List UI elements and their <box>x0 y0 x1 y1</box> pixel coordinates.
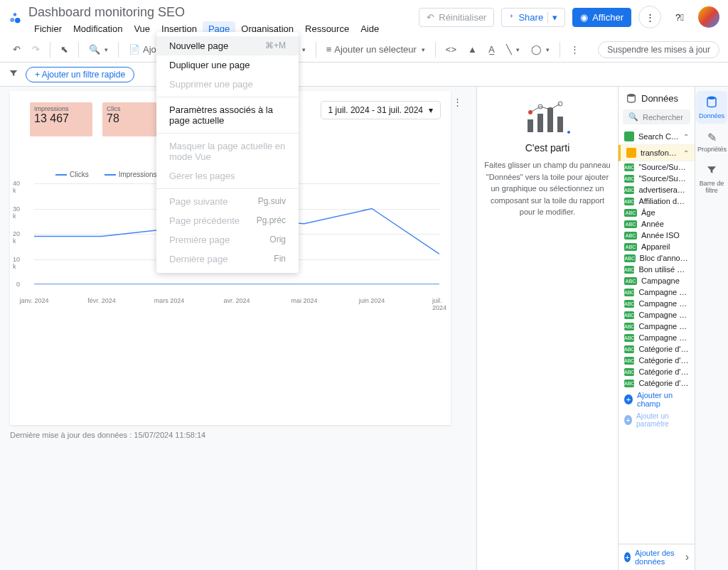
svg-rect-6 <box>557 117 563 132</box>
scorecard[interactable]: Impressions13 467 <box>30 102 92 136</box>
more-toolbar-icon[interactable]: ⋮ <box>566 41 584 58</box>
toolbar: ↶ ↷ ⬉ 🔍 📄Ajouter une page raphique ✦ ≡Aj… <box>0 37 728 63</box>
last-update-text: Dernière mise à jour des données : 15/07… <box>10 431 205 439</box>
more-options-icon[interactable]: ⋮ <box>638 6 661 28</box>
dimension-field[interactable]: ABCAnnée ISO <box>619 230 695 241</box>
view-button[interactable]: ◉Afficher <box>572 8 631 27</box>
dimension-field[interactable]: ABCCampagne Google Ad... <box>619 309 695 321</box>
text-icon[interactable]: A̲ <box>484 41 499 58</box>
date-range-control[interactable]: 1 juil. 2024 - 31 juil. 2024▾ <box>321 101 441 119</box>
svg-point-0 <box>14 13 17 16</box>
looker-studio-logo <box>9 4 23 26</box>
add-field-link[interactable]: +Ajouter un champ <box>619 389 695 410</box>
image-icon[interactable]: ▲ <box>464 41 481 58</box>
rail-barre de filtre[interactable]: Barre de filtre <box>696 160 727 198</box>
page-menu-item[interactable]: Paramètres associés à la page actuelle <box>156 100 299 130</box>
dimension-field[interactable]: ABCadvertiseradcostperc... <box>619 184 695 195</box>
data-source-row[interactable]: Search Console htt...⌃ <box>619 129 695 145</box>
svg-point-11 <box>567 131 570 134</box>
app-header: Dashboard monitoring SEO FichierModifica… <box>0 0 728 37</box>
dimension-field[interactable]: ABC"Source/Support" ma... <box>619 161 695 173</box>
menu-fichier[interactable]: Fichier <box>28 21 68 36</box>
expand-arrow-icon[interactable]: › <box>685 551 689 564</box>
help-body: Faites glisser un champ du panneau "Donn… <box>484 159 611 218</box>
dimension-field[interactable]: ABCBon utilisé pour com... <box>619 264 695 275</box>
dimension-field[interactable]: ABCAppareil <box>619 241 695 252</box>
data-panel-title: Données <box>619 87 695 109</box>
undo-icon[interactable]: ↶ <box>9 41 25 58</box>
scorecard[interactable]: Clics78 <box>102 102 165 136</box>
page-menu-item: Masquer la page actuelle en mode Vue <box>156 136 299 166</box>
pointer-icon[interactable]: ⬉ <box>56 41 73 58</box>
menu-modification[interactable]: Modification <box>68 21 128 36</box>
rail-données[interactable]: Données <box>696 91 727 124</box>
page-menu-item: Page suivantePg.suiv <box>156 192 299 211</box>
dimension-field[interactable]: ABCÂge <box>619 207 695 218</box>
add-selector-button[interactable]: ≡Ajouter un sélecteur <box>322 41 429 58</box>
dimension-field[interactable]: ABCCatégorie d'article 4 <box>619 366 695 377</box>
right-rail: Données✎PropriétésBarre de filtre <box>695 87 728 570</box>
shape-icon[interactable]: ◯ <box>527 41 554 58</box>
add-quick-filter-button[interactable]: + Ajouter un filtre rapide <box>26 67 134 82</box>
dimension-field[interactable]: ABCCampagne Google Ads <box>619 298 695 309</box>
canvas-more-icon[interactable]: ⋮ <box>449 97 466 107</box>
dimension-field[interactable]: ABCCatégorie d'article 5 <box>619 377 695 389</box>
reset-button[interactable]: ↶Réinitialiser <box>419 8 494 27</box>
legend-item: Impressions <box>105 171 157 178</box>
legend-item: Clicks <box>55 171 89 178</box>
data-panel: Données 🔍Rechercher Search Console htt..… <box>619 87 695 570</box>
page-menu-item[interactable]: Nouvelle page⌘+M <box>156 36 299 55</box>
menu-vue[interactable]: Vue <box>128 21 156 36</box>
page-menu-item: Page précédentePg.préc <box>156 211 299 230</box>
suspend-updates-button[interactable]: Suspendre les mises à jour <box>598 41 719 58</box>
dimension-field[interactable]: ABCAnnée <box>619 218 695 230</box>
help-panel: C'est parti Faites glisser un champ du p… <box>476 87 619 570</box>
dimension-field[interactable]: ABCCampagne SA360 <box>619 321 695 332</box>
document-title[interactable]: Dashboard monitoring SEO <box>28 4 413 20</box>
dimension-field[interactable]: ABC"Source/Support" ma... <box>619 173 695 184</box>
filter-icon[interactable] <box>9 68 18 80</box>
svg-point-1 <box>10 18 14 22</box>
page-menu-item[interactable]: Dupliquer une page <box>156 55 299 75</box>
zoom-icon[interactable]: 🔍 <box>85 41 112 58</box>
svg-rect-3 <box>528 119 533 132</box>
dimension-field[interactable]: ABCCatégorie d'article 3 <box>619 355 695 366</box>
dimension-field[interactable]: ABCCatégorie d'article 2 <box>619 343 695 355</box>
user-avatar[interactable] <box>698 6 719 28</box>
page-menu-item: Dernière pageFin <box>156 249 299 269</box>
page-menu-item: Supprimer une page <box>156 75 299 94</box>
help-title: C'est parti <box>484 142 611 154</box>
dimension-field[interactable]: ABCAffiliation de l'article <box>619 195 695 207</box>
svg-point-12 <box>628 94 636 97</box>
svg-rect-4 <box>537 114 543 132</box>
redo-icon[interactable]: ↷ <box>28 41 44 58</box>
add-data-button[interactable]: + Ajouter des données › <box>619 544 695 570</box>
dimension-field[interactable]: ABCCampagne <box>619 275 695 286</box>
rail-propriétés[interactable]: ✎Propriétés <box>696 127 727 157</box>
page-menu-item: Gérer les pages <box>156 166 299 185</box>
svg-point-2 <box>15 18 21 23</box>
page-menu-dropdown: Nouvelle page⌘+MDupliquer une pageSuppri… <box>156 32 299 273</box>
data-search-input[interactable]: 🔍Rechercher <box>623 109 690 124</box>
plus-icon: + <box>624 552 631 562</box>
share-button[interactable]: ⁺Share▾ <box>501 8 565 27</box>
add-param-link[interactable]: +Ajouter un paramètre <box>619 410 695 430</box>
dimension-field[interactable]: ABCCampagne de la sess... <box>619 286 695 298</box>
line-icon[interactable]: ╲ <box>502 41 524 58</box>
page-menu-item: Première pageOrig <box>156 230 299 249</box>
help-icon[interactable]: ?⃝ <box>668 6 691 28</box>
dimension-field[interactable]: ABCBloc d'annonces <box>619 252 695 264</box>
data-source-row[interactable]: transfonumerique...⌃ <box>619 145 695 161</box>
filter-bar: + Ajouter un filtre rapide <box>0 63 728 87</box>
svg-point-13 <box>707 97 716 100</box>
dimension-field[interactable]: ABCCampagne SA360 de ... <box>619 332 695 343</box>
menu-aide[interactable]: Aide <box>355 21 385 36</box>
chart-illustration-icon <box>519 98 576 134</box>
embed-icon[interactable]: <> <box>441 41 461 58</box>
menu-ressource[interactable]: Ressource <box>299 21 355 36</box>
